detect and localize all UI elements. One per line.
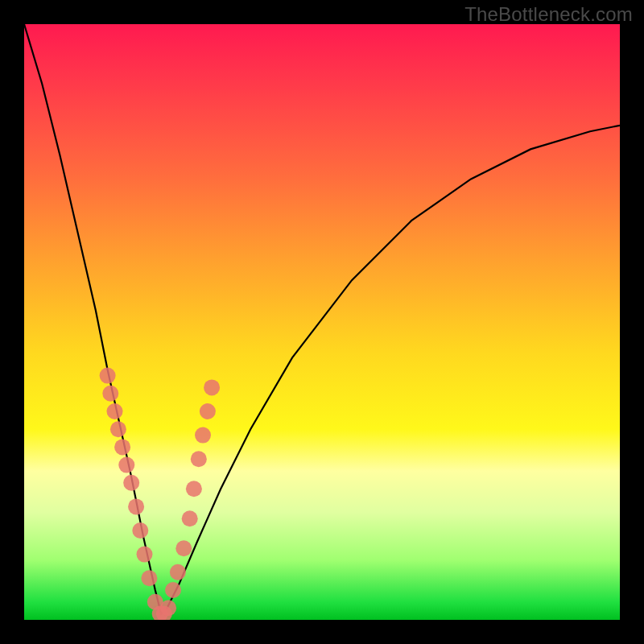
marker-dot [191, 451, 207, 467]
marker-dot [102, 386, 118, 402]
marker-dots [100, 368, 221, 620]
marker-dot [186, 481, 202, 497]
marker-dot [132, 522, 148, 539]
marker-dot [137, 547, 153, 563]
marker-dot [195, 427, 211, 444]
marker-dot [165, 582, 181, 598]
marker-dot [118, 457, 134, 473]
marker-dot [100, 368, 116, 384]
marker-dot [123, 475, 139, 491]
marker-dot [141, 570, 157, 586]
watermark-text: TheBottleneck.com [464, 3, 633, 26]
bottleneck-curve [24, 24, 620, 614]
marker-dot [107, 403, 123, 419]
marker-dot [175, 540, 192, 556]
marker-dot [170, 564, 186, 580]
marker-dot [110, 421, 126, 437]
marker-dot [200, 403, 216, 419]
marker-dot [114, 439, 130, 455]
marker-dot [204, 379, 220, 395]
chart-frame: TheBottleneck.com [0, 0, 644, 644]
marker-dot [160, 600, 176, 616]
marker-dot [128, 498, 144, 514]
marker-dot [182, 510, 198, 526]
plot-area [24, 24, 620, 620]
curve-layer [24, 24, 620, 620]
